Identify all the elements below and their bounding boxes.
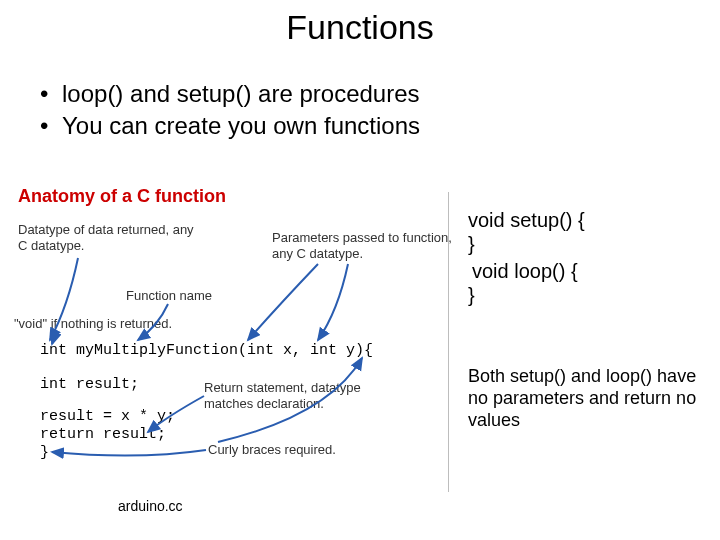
annotation-return-statement: Return statement, datatype matches decla… — [204, 380, 374, 413]
annotation-parameters: Parameters passed to function, any C dat… — [272, 230, 452, 263]
code-line: void setup() { — [468, 208, 585, 232]
code-line: return result; — [40, 426, 166, 443]
annotation-function-name: Function name — [126, 288, 212, 304]
annotation-curly-braces: Curly braces required. — [208, 442, 378, 458]
code-signature: int myMultiplyFunction(int x, int y){ — [40, 342, 373, 359]
bullet-list: loop() and setup() are procedures You ca… — [40, 78, 420, 143]
anatomy-diagram: Anatomy of a C function Datatype of data… — [18, 186, 450, 496]
code-line: int result; — [40, 376, 139, 393]
code-line: } — [468, 232, 585, 256]
slide: Functions loop() and setup() are procedu… — [0, 0, 720, 540]
code-line: void loop() { — [468, 259, 585, 283]
slide-title: Functions — [0, 8, 720, 47]
code-line: } — [468, 283, 585, 307]
code-line: result = x * y; — [40, 408, 175, 425]
side-explanation: Both setup() and loop() have no paramete… — [468, 366, 700, 432]
side-code-block: void setup() { } void loop() { } — [468, 208, 585, 308]
annotation-void: "void" if nothing is returned. — [14, 316, 172, 332]
bullet-item: loop() and setup() are procedures — [40, 78, 420, 110]
attribution: arduino.cc — [118, 498, 183, 514]
code-line: } — [40, 444, 49, 461]
bullet-item: You can create you own functions — [40, 110, 420, 142]
diagram-heading: Anatomy of a C function — [18, 186, 450, 207]
annotation-return-type: Datatype of data returned, any C datatyp… — [18, 222, 198, 255]
